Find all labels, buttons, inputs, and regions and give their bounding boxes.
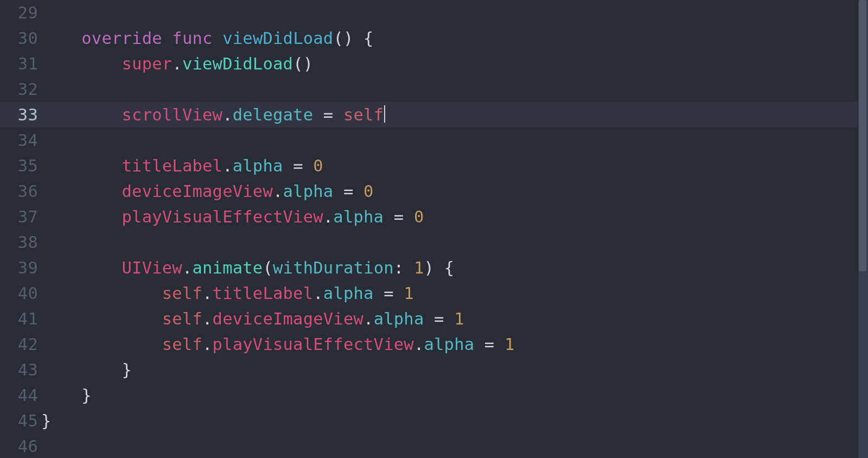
code-token: self	[162, 309, 202, 328]
code-line[interactable]: override func viewDidLoad() {	[41, 26, 858, 51]
text-cursor	[384, 105, 385, 123]
code-token: .	[222, 156, 233, 175]
code-line[interactable]: self.playVisualEffectView.alpha = 1	[41, 332, 858, 357]
code-line[interactable]: self.titleLabel.alpha = 1	[41, 281, 858, 306]
code-token: alpha	[374, 309, 424, 328]
code-token: scrollView	[122, 105, 223, 124]
line-number: 44	[0, 383, 41, 408]
code-line[interactable]: }	[41, 383, 858, 408]
code-token: deviceImageView	[213, 309, 363, 328]
code-token: .	[414, 335, 424, 354]
code-line[interactable]: super.viewDidLoad()	[41, 51, 858, 77]
code-token: playVisualEffectView	[122, 207, 323, 226]
code-token: 0	[313, 156, 323, 175]
code-token: animate	[192, 258, 263, 277]
code-line[interactable]: scrollView.delegate = self	[41, 102, 858, 128]
code-token: func	[172, 29, 212, 48]
code-token: ) {	[424, 258, 455, 277]
code-line[interactable]: self.deviceImageView.alpha = 1	[41, 306, 858, 332]
code-token: =	[474, 335, 505, 354]
code-token: UIView	[122, 258, 182, 277]
line-number: 32	[0, 77, 41, 102]
code-token: .	[202, 284, 213, 303]
code-line[interactable]	[41, 0, 858, 26]
code-token: alpha	[233, 156, 283, 175]
line-number: 43	[0, 357, 41, 383]
code-token: self	[343, 105, 384, 124]
code-token: 1	[454, 309, 464, 328]
line-number: 41	[0, 306, 41, 332]
code-token: alpha	[323, 284, 374, 303]
code-token: :	[394, 258, 414, 277]
code-token	[213, 29, 223, 48]
code-token: (	[263, 258, 273, 277]
line-number: 30	[0, 26, 41, 51]
line-number: 35	[0, 153, 41, 179]
code-token: .	[273, 182, 283, 201]
code-token: 1	[505, 335, 515, 354]
code-token: 1	[404, 284, 414, 303]
code-line[interactable]: playVisualEffectView.alpha = 0	[41, 204, 858, 230]
code-token: 0	[363, 182, 374, 201]
code-token: =	[384, 207, 414, 226]
vertical-scrollbar[interactable]	[858, 0, 868, 458]
line-number-gutter: 293031323334353637383940414243444546	[0, 0, 41, 458]
line-number: 36	[0, 179, 41, 204]
scrollbar-thumb[interactable]	[859, 0, 866, 271]
line-number: 46	[0, 434, 41, 458]
code-token: withDuration	[273, 258, 394, 277]
code-token: .	[202, 309, 213, 328]
code-token: super	[122, 54, 173, 73]
code-line[interactable]: deviceImageView.alpha = 0	[41, 179, 858, 204]
code-line[interactable]	[41, 77, 858, 102]
code-editor[interactable]: 293031323334353637383940414243444546 ove…	[0, 0, 868, 458]
code-token: =	[424, 309, 454, 328]
code-line[interactable]: UIView.animate(withDuration: 1) {	[41, 255, 858, 281]
code-token: .	[202, 335, 213, 354]
code-token: alpha	[333, 207, 384, 226]
code-token: }	[41, 411, 52, 430]
code-token: .	[172, 54, 182, 73]
code-token: .	[222, 105, 233, 124]
code-token: titleLabel	[122, 156, 223, 175]
line-number: 38	[0, 230, 41, 255]
line-number: 37	[0, 204, 41, 230]
code-line[interactable]	[41, 230, 858, 255]
code-token: playVisualEffectView	[213, 335, 414, 354]
code-line[interactable]	[41, 434, 858, 458]
code-token: =	[333, 182, 363, 201]
code-token: }	[122, 360, 132, 379]
line-number: 39	[0, 255, 41, 281]
code-line[interactable]	[41, 128, 858, 153]
line-number: 42	[0, 332, 41, 357]
code-token: 0	[414, 207, 424, 226]
code-token: =	[313, 105, 343, 124]
code-token	[162, 29, 173, 48]
code-token: titleLabel	[213, 284, 314, 303]
code-token: 1	[414, 258, 424, 277]
code-token: .	[182, 258, 193, 277]
line-number: 31	[0, 51, 41, 77]
line-number: 40	[0, 281, 41, 306]
code-token: alpha	[424, 335, 474, 354]
code-token: delegate	[233, 105, 314, 124]
code-token: deviceImageView	[122, 182, 273, 201]
code-token: .	[323, 207, 334, 226]
code-token: =	[374, 284, 404, 303]
code-area[interactable]: override func viewDidLoad() { super.view…	[41, 0, 858, 458]
line-number: 45	[0, 408, 41, 434]
code-line[interactable]: titleLabel.alpha = 0	[41, 153, 858, 179]
code-token: =	[283, 156, 314, 175]
code-token: ()	[293, 54, 313, 73]
code-token: self	[162, 284, 202, 303]
line-number: 33	[0, 102, 41, 128]
code-token: .	[313, 284, 323, 303]
code-line[interactable]: }	[41, 357, 858, 383]
code-token: viewDidLoad	[222, 29, 333, 48]
code-token: alpha	[283, 182, 334, 201]
line-number: 29	[0, 0, 41, 26]
code-token: () {	[333, 29, 373, 48]
line-number: 34	[0, 128, 41, 153]
code-line[interactable]: }	[41, 408, 858, 434]
code-token: override	[81, 29, 162, 48]
